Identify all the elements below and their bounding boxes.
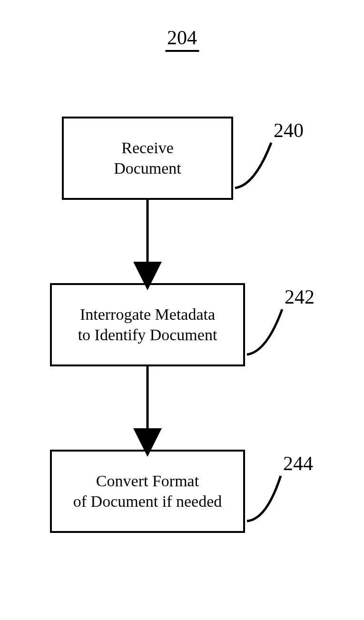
figure-number: 204 [165,26,199,52]
step-ref-240: 240 [274,119,304,142]
callout-240 [235,143,271,188]
step-text: ReceiveDocument [114,138,181,178]
step-ref-244: 244 [283,452,313,475]
step-convert-format: Convert Formatof Document if needed [50,450,245,533]
step-ref-242: 242 [285,285,315,308]
step-receive-document: ReceiveDocument [62,117,233,200]
step-text: Convert Formatof Document if needed [73,471,222,512]
callout-242 [247,309,282,354]
step-interrogate-metadata: Interrogate Metadatato Identify Document [50,283,245,366]
callout-244 [247,476,281,521]
step-text: Interrogate Metadatato Identify Document [78,305,217,345]
